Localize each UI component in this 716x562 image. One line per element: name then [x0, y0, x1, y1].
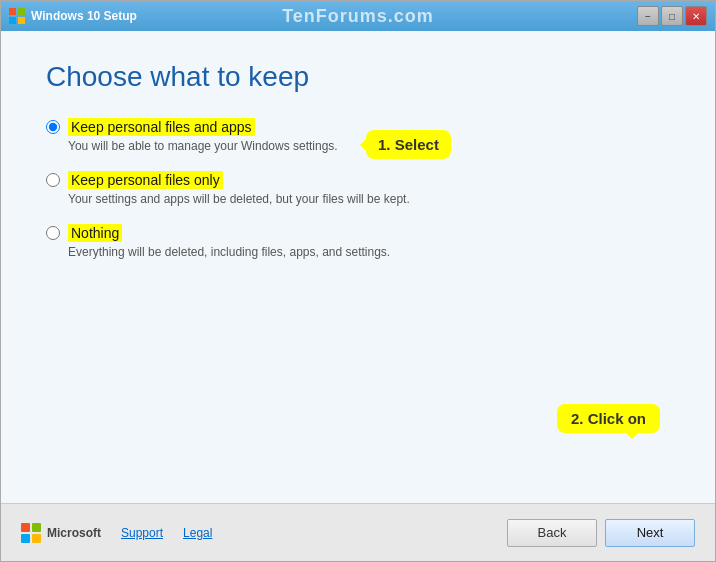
option-1-label[interactable]: Keep personal files and apps — [68, 118, 255, 136]
legal-link[interactable]: Legal — [183, 526, 212, 540]
close-button[interactable]: ✕ — [685, 6, 707, 26]
microsoft-label: Microsoft — [47, 526, 101, 540]
ms-grid-yellow — [32, 534, 41, 543]
next-button[interactable]: Next — [605, 519, 695, 547]
ms-grid-blue — [21, 534, 30, 543]
option-2-row: Keep personal files only — [46, 171, 670, 189]
option-2-description: Your settings and apps will be deleted, … — [68, 192, 670, 206]
options-area: Keep personal files and apps You will be… — [46, 118, 670, 503]
callout-select-bubble: 1. Select — [366, 130, 451, 159]
content-area: Choose what to keep Keep personal files … — [1, 31, 715, 503]
title-bar-controls: − □ ✕ — [637, 6, 707, 26]
option-3-description: Everything will be deleted, including fi… — [68, 245, 670, 259]
minimize-button[interactable]: − — [637, 6, 659, 26]
title-bar-text: Windows 10 Setup — [31, 9, 637, 23]
option-2-radio[interactable] — [46, 173, 60, 187]
ms-grid-red — [21, 523, 30, 532]
callout-click-bubble: 2. Click on — [557, 404, 660, 433]
footer-links: Support Legal — [121, 526, 212, 540]
main-window: Windows 10 Setup TenForums.com − □ ✕ Cho… — [0, 0, 716, 562]
page-title: Choose what to keep — [46, 61, 670, 93]
footer-buttons: Back Next — [507, 519, 695, 547]
restore-button[interactable]: □ — [661, 6, 683, 26]
footer: Microsoft Support Legal Back Next — [1, 503, 715, 561]
option-2-label[interactable]: Keep personal files only — [68, 171, 223, 189]
support-link[interactable]: Support — [121, 526, 163, 540]
option-3: Nothing Everything will be deleted, incl… — [46, 224, 670, 259]
option-3-radio[interactable] — [46, 226, 60, 240]
option-3-label[interactable]: Nothing — [68, 224, 122, 242]
back-button[interactable]: Back — [507, 519, 597, 547]
option-1-radio[interactable] — [46, 120, 60, 134]
microsoft-grid-icon — [21, 523, 41, 543]
option-3-row: Nothing — [46, 224, 670, 242]
svg-rect-2 — [9, 17, 16, 24]
title-bar: Windows 10 Setup TenForums.com − □ ✕ — [1, 1, 715, 31]
microsoft-logo: Microsoft — [21, 523, 101, 543]
callout-select: 1. Select — [366, 130, 451, 159]
svg-rect-3 — [18, 17, 25, 24]
svg-rect-1 — [18, 8, 25, 15]
svg-rect-0 — [9, 8, 16, 15]
ms-grid-green — [32, 523, 41, 532]
option-1-row: Keep personal files and apps — [46, 118, 670, 136]
option-2: Keep personal files only Your settings a… — [46, 171, 670, 206]
windows-icon — [9, 8, 25, 24]
callout-click: 2. Click on — [557, 404, 660, 433]
